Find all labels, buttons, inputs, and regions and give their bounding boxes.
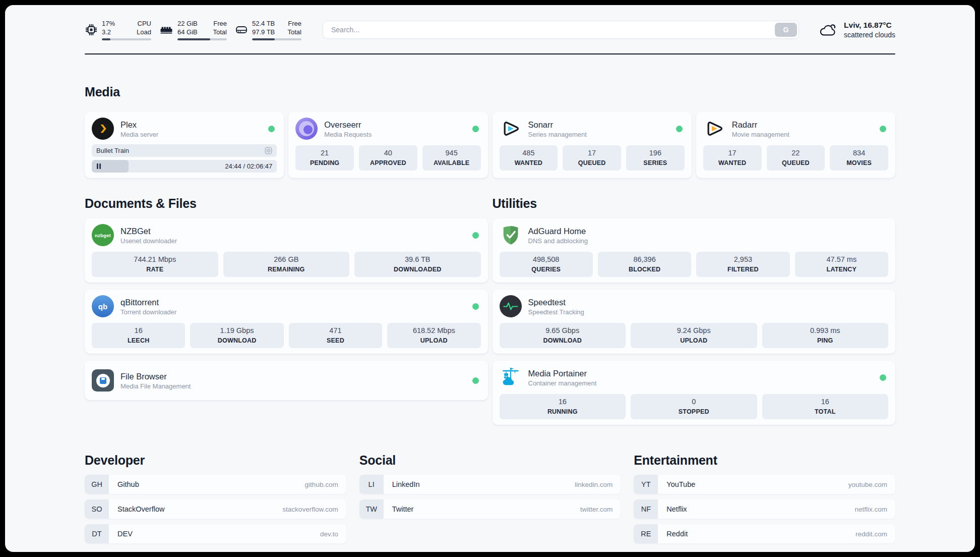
stat-box: 498,508 QUERIES — [500, 252, 593, 277]
bookmark-netflix[interactable]: NF Netflix netflix.com — [634, 499, 895, 519]
app-name: Sonarr — [528, 120, 587, 130]
app-description: Media File Management — [120, 382, 191, 390]
app-description: Movie management — [732, 131, 789, 138]
section-utilities: Utilities AdGuard Home — [493, 196, 896, 425]
bookmark-dev[interactable]: DT DEV dev.to — [85, 524, 346, 543]
disk-free-label: Free — [288, 19, 301, 28]
qbittorrent-icon: qb — [92, 295, 114, 317]
bookmark-stackoverflow[interactable]: SO StackOverflow stackoverflow.com — [85, 499, 346, 519]
nzbget-stats: 744.21 Mbps RATE 266 GB REMAINING 39.6 T… — [92, 252, 481, 277]
media-heading: Media — [85, 85, 895, 99]
stat-value: 17 — [705, 148, 760, 158]
bookmark-href: linkedin.com — [575, 481, 612, 488]
stat-value: 39.6 TB — [356, 255, 479, 264]
qbittorrent-card[interactable]: qb qBittorrent Torrent downloader 16 LEE… — [85, 290, 488, 354]
developer-heading: Developer — [85, 453, 346, 468]
app-name: Media Portainer — [528, 368, 597, 378]
radarr-icon — [703, 118, 725, 140]
bookmark-twitter[interactable]: TW Twitter twitter.com — [359, 499, 621, 519]
bookmark-abbr: YT — [634, 475, 658, 494]
disk-total-label: Total — [288, 28, 301, 36]
bookmark-name: Twitter — [392, 505, 414, 513]
stat-label: RUNNING — [502, 408, 624, 416]
stat-label: DOWNLOAD — [192, 337, 281, 345]
bookmark-linkedin[interactable]: LI LinkedIn linkedin.com — [359, 475, 621, 494]
stat-value: 2,953 — [698, 255, 787, 264]
stat-box: 471 SEED — [289, 323, 382, 348]
bookmark-href: dev.to — [320, 530, 338, 538]
radarr-card[interactable]: Radarr Movie management 17 WANTED 22 QUE… — [696, 112, 895, 178]
overseerr-status-dot — [472, 126, 479, 132]
weather-widget: Lviv, 16.87°C scattered clouds — [818, 21, 895, 39]
overseerr-icon — [295, 118, 318, 140]
stat-value: 21 — [297, 148, 352, 158]
disk-icon — [235, 23, 248, 36]
stat-label: LATENCY — [797, 265, 886, 273]
portainer-crane-icon — [500, 366, 522, 388]
filebrowser-card[interactable]: File Browser Media File Management — [85, 361, 488, 400]
bookmark-youtube[interactable]: YT YouTube youtube.com — [634, 475, 895, 494]
nzbget-card[interactable]: nzbget NZBGet Usenet downloader 744.21 M… — [85, 218, 488, 283]
speedtest-card[interactable]: Speedtest Speedtest Tracking 9.65 Gbps D… — [493, 290, 896, 354]
bookmark-name: YouTube — [666, 480, 695, 488]
nzbget-titles: NZBGet Usenet downloader — [120, 226, 177, 245]
stat-value: 16 — [94, 326, 183, 336]
bookmark-reddit[interactable]: RE Reddit reddit.com — [634, 524, 895, 543]
header-divider — [85, 53, 895, 54]
system-widgets: 17% CPU 3.2 Load — [85, 19, 301, 40]
stat-label: QUEUED — [769, 159, 823, 167]
stat-box: 945 AVAILABLE — [422, 145, 481, 171]
section-media: Media Plex Media server Bullet Train — [85, 85, 895, 178]
sonarr-stats: 485 WANTED 17 QUEUED 196 SERIES — [500, 145, 685, 171]
cpu-widget: 17% CPU 3.2 Load — [85, 19, 151, 40]
speedtest-titles: Speedtest Speedtest Tracking — [528, 297, 584, 316]
plex-header: Plex Media server — [92, 118, 277, 140]
app-description: Media server — [120, 131, 158, 138]
overseerr-card[interactable]: Overseerr Media Requests 21 PENDING 40 A… — [288, 112, 487, 178]
stat-box: 9.24 Gbps UPLOAD — [631, 323, 757, 348]
bookmark-name: Reddit — [666, 530, 688, 538]
plex-progress-fill — [92, 160, 129, 173]
bookmark-name: LinkedIn — [392, 480, 420, 488]
weather-location: Lviv, 16.87°C — [844, 21, 895, 30]
search-input[interactable] — [323, 21, 799, 39]
plex-icon — [92, 118, 114, 140]
bookmark-github[interactable]: GH Github github.com — [85, 475, 346, 494]
adguard-card[interactable]: AdGuard Home DNS and adblocking 498,508 … — [493, 218, 896, 283]
plex-card[interactable]: Plex Media server Bullet Train — [85, 112, 284, 178]
stat-value: 471 — [291, 326, 380, 336]
documents-heading: Documents & Files — [85, 196, 488, 211]
cpu-load-label: Load — [137, 28, 151, 36]
section-entertainment: Entertainment YT YouTube youtube.com NF … — [634, 453, 895, 543]
entertainment-heading: Entertainment — [634, 453, 895, 468]
portainer-stats: 16 RUNNING 0 STOPPED 16 TOTAL — [500, 394, 889, 419]
app-description: Torrent downloader — [120, 308, 176, 316]
disk-total-value: 97.9 TB — [252, 28, 275, 36]
stat-box: 618.52 Mbps UPLOAD — [387, 323, 480, 348]
bookmark-sections: Developer GH Github github.com SO StackO… — [85, 453, 895, 543]
pause-icon[interactable] — [96, 163, 101, 169]
portainer-card[interactable]: Media Portainer Container management 16 … — [493, 361, 896, 425]
stat-value: 618.52 Mbps — [389, 326, 478, 336]
bookmark-name: StackOverflow — [117, 505, 164, 513]
bookmark-name: Netflix — [666, 505, 687, 513]
social-heading: Social — [359, 453, 621, 468]
stat-value: 9.24 Gbps — [633, 326, 755, 336]
sonarr-header: Sonarr Series management — [500, 118, 685, 140]
sonarr-card[interactable]: Sonarr Series management 485 WANTED 17 Q… — [493, 112, 692, 178]
filebrowser-icon — [92, 369, 114, 392]
app-name: Radarr — [732, 120, 789, 130]
section-developer: Developer GH Github github.com SO StackO… — [85, 453, 346, 543]
qbittorrent-status-dot — [472, 303, 479, 310]
search-engine-button[interactable]: G — [775, 23, 797, 37]
plex-now-playing-row: Bullet Train — [92, 144, 277, 157]
stat-box: 1.19 Gbps DOWNLOAD — [190, 323, 283, 348]
stat-label: STOPPED — [633, 408, 755, 416]
app-name: Overseerr — [324, 120, 372, 130]
stat-value: 40 — [361, 148, 415, 158]
app-description: Usenet downloader — [120, 237, 177, 245]
session-icon[interactable] — [265, 147, 272, 154]
stat-value: 17 — [565, 148, 619, 158]
stat-box: 16 TOTAL — [762, 394, 889, 419]
entertainment-list: YT YouTube youtube.com NF Netflix netfli… — [634, 475, 895, 543]
